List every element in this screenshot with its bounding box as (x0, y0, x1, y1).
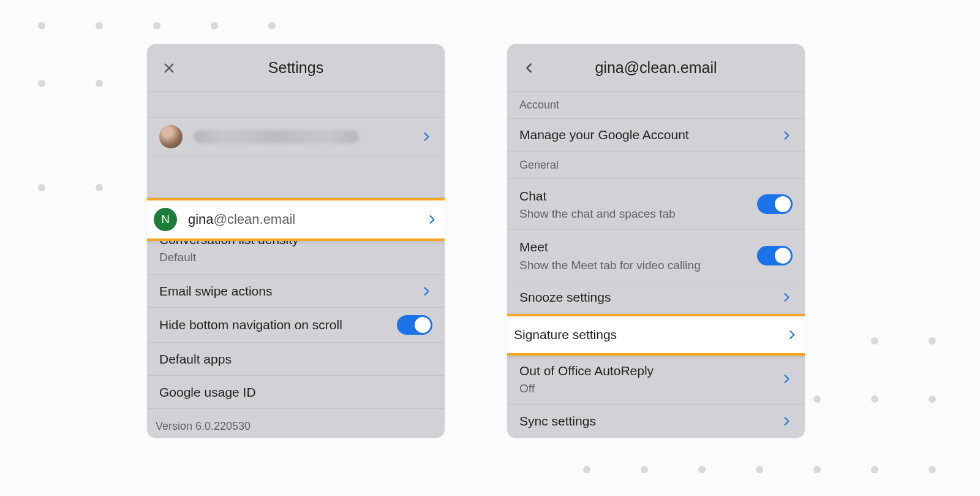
dot (929, 395, 936, 403)
dot (96, 22, 103, 29)
toggle-switch[interactable] (397, 315, 432, 335)
chevron-right-icon (780, 373, 793, 385)
dot (871, 466, 878, 473)
page-title: Settings (147, 59, 445, 77)
google-usage-id-row[interactable]: Google usage ID (147, 376, 445, 409)
dot (929, 337, 936, 345)
settings-panel: Settings Conversation list density Defau… (147, 44, 445, 438)
chevron-right-icon (420, 131, 432, 143)
toggle-switch[interactable] (757, 246, 793, 265)
dot (153, 22, 160, 29)
dot (96, 80, 103, 87)
dot (38, 80, 45, 87)
meet-row[interactable]: Meet Show the Meet tab for video calling (507, 230, 805, 281)
close-icon[interactable] (159, 58, 179, 78)
row-label: Signature settings (514, 327, 786, 342)
dot (583, 466, 590, 473)
account-row-gina[interactable]: N gina@clean.email (147, 198, 445, 241)
dot (756, 466, 763, 473)
dot (268, 22, 276, 29)
blurred-email (194, 130, 359, 143)
dot (38, 22, 45, 29)
row-subtitle: Show the chat and spaces tab (519, 207, 757, 221)
chevron-right-icon (426, 213, 438, 226)
page-title: gina@clean.email (507, 59, 805, 77)
toggle-switch[interactable] (757, 194, 793, 214)
account-row-placeholder (147, 156, 445, 198)
account-email: gina@clean.email (188, 212, 295, 227)
email-local: gina (188, 212, 214, 227)
chevron-right-icon (420, 285, 432, 297)
dot (871, 337, 878, 345)
account-header: gina@clean.email (507, 44, 805, 92)
dot (871, 395, 878, 403)
dot (96, 184, 103, 191)
email-domain: @clean.email (214, 212, 296, 227)
row-label: Sync settings (519, 413, 780, 430)
manage-google-account-row[interactable]: Manage your Google Account (507, 119, 805, 152)
dot (211, 22, 218, 29)
back-icon[interactable] (519, 58, 539, 78)
row-label: Email swipe actions (159, 283, 420, 300)
sync-settings-row[interactable]: Sync settings (507, 405, 805, 438)
settings-header: Settings (147, 44, 445, 92)
row-value: Off (519, 382, 780, 395)
dot (929, 466, 936, 473)
row-label: Google usage ID (159, 384, 432, 401)
section-gap (147, 92, 445, 118)
dot (641, 466, 648, 473)
avatar-letter: N (161, 213, 170, 226)
avatar (159, 125, 183, 148)
chat-row[interactable]: Chat Show the chat and spaces tab (507, 179, 805, 230)
default-apps-row[interactable]: Default apps (147, 343, 445, 376)
dot (698, 466, 706, 473)
snooze-settings-row[interactable]: Snooze settings (507, 281, 805, 315)
row-label: Manage your Google Account (519, 126, 780, 143)
row-label: Default apps (159, 351, 432, 368)
version-label: Version 6.0.220530 (156, 420, 251, 433)
row-value: Default (159, 251, 432, 264)
row-label: Hide bottom navigation on scroll (159, 316, 397, 334)
signature-settings-row[interactable]: Signature settings (507, 314, 805, 356)
section-general: General (507, 152, 805, 179)
row-label: Chat (519, 188, 757, 205)
avatar: N (154, 208, 177, 231)
chevron-right-icon (786, 329, 798, 341)
out-of-office-row[interactable]: Out of Office AutoReply Off (507, 354, 805, 405)
row-label: Snooze settings (519, 289, 780, 306)
chevron-right-icon (780, 129, 793, 142)
row-label: Meet (519, 238, 757, 256)
section-account: Account (507, 92, 805, 119)
chevron-right-icon (780, 291, 793, 303)
hide-bottom-nav-row[interactable]: Hide bottom navigation on scroll (147, 308, 445, 343)
row-label: Out of Office AutoReply (519, 362, 780, 380)
email-swipe-actions-row[interactable]: Email swipe actions (147, 275, 445, 308)
dot (813, 395, 821, 403)
row-subtitle: Show the Meet tab for video calling (519, 259, 757, 272)
account-row-blurred[interactable] (147, 118, 445, 156)
account-settings-panel: gina@clean.email Account Manage your Goo… (507, 44, 805, 438)
chevron-right-icon (780, 415, 793, 427)
dot (813, 466, 821, 473)
dot (38, 184, 45, 191)
